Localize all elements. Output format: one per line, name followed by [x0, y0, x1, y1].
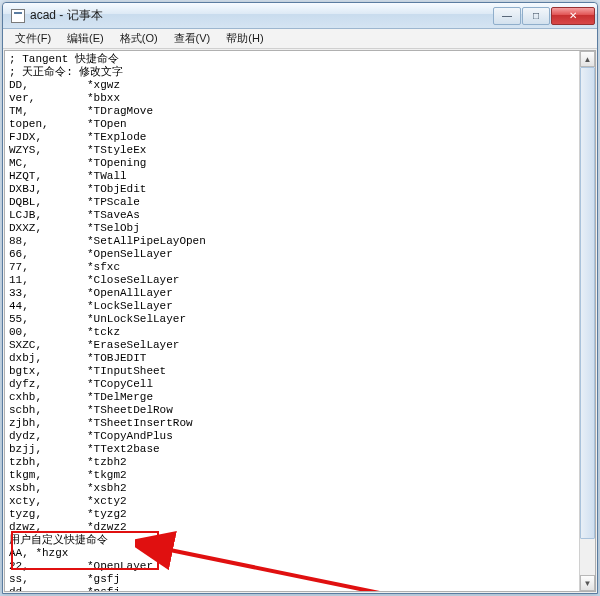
scroll-thumb[interactable]: [580, 67, 595, 539]
text-line: tzbh,*tzbh2: [9, 456, 591, 469]
text-line: bzjj,*TText2base: [9, 443, 591, 456]
text-line: scbh,*TSheetDelRow: [9, 404, 591, 417]
text-line: dxbj,*TOBJEDIT: [9, 352, 591, 365]
text-line: DXBJ,*TObjEdit: [9, 183, 591, 196]
menu-view[interactable]: 查看(V): [166, 29, 219, 48]
text-line: MC,*TOpening: [9, 157, 591, 170]
text-line: zjbh,*TSheetInsertRow: [9, 417, 591, 430]
text-line: 33,*OpenAllLayer: [9, 287, 591, 300]
text-line: dydz,*TCopyAndPlus: [9, 430, 591, 443]
text-line: DXXZ,*TSelObj: [9, 222, 591, 235]
text-line: dd,*psfj: [9, 586, 591, 591]
text-line: 55,*UnLockSelLayer: [9, 313, 591, 326]
text-line: tkgm,*tkgm2: [9, 469, 591, 482]
text-line: 77,*sfxc: [9, 261, 591, 274]
window-title: acad - 记事本: [30, 7, 493, 24]
text-line: DQBL,*TPScale: [9, 196, 591, 209]
text-line: ; Tangent 快捷命令: [9, 53, 591, 66]
notepad-window: acad - 记事本 — □ ✕ 文件(F) 编辑(E) 格式(O) 查看(V)…: [2, 2, 598, 594]
app-icon: [11, 9, 25, 23]
text-line: 88,*SetAllPipeLayOpen: [9, 235, 591, 248]
menu-file[interactable]: 文件(F): [7, 29, 59, 48]
text-line: 用户自定义快捷命令: [9, 534, 591, 547]
scroll-up-button[interactable]: ▲: [580, 51, 595, 67]
text-line: dzwz,*dzwz2: [9, 521, 591, 534]
text-line: xsbh,*xsbh2: [9, 482, 591, 495]
vertical-scrollbar[interactable]: ▲ ▼: [579, 51, 595, 591]
text-line: FJDX,*TExplode: [9, 131, 591, 144]
text-line: bgtx,*TInputSheet: [9, 365, 591, 378]
text-line: 66,*OpenSelLayer: [9, 248, 591, 261]
text-line: tyzg,*tyzg2: [9, 508, 591, 521]
close-button[interactable]: ✕: [551, 7, 595, 25]
text-line: SXZC,*EraseSelLayer: [9, 339, 591, 352]
window-controls: — □ ✕: [493, 7, 595, 25]
content-area: ; Tangent 快捷命令; 天正命令: 修改文字DD,*xgwzver,*b…: [4, 50, 596, 592]
text-line: 44,*LockSelLayer: [9, 300, 591, 313]
text-line: DD,*xgwz: [9, 79, 591, 92]
text-content[interactable]: ; Tangent 快捷命令; 天正命令: 修改文字DD,*xgwzver,*b…: [5, 51, 595, 591]
text-line: ss,*gsfj: [9, 573, 591, 586]
minimize-button[interactable]: —: [493, 7, 521, 25]
menu-format[interactable]: 格式(O): [112, 29, 166, 48]
text-line: dyfz,*TCopyCell: [9, 378, 591, 391]
text-line: LCJB,*TSaveAs: [9, 209, 591, 222]
text-line: AA, *hzgx: [9, 547, 591, 560]
text-line: cxhb,*TDelMerge: [9, 391, 591, 404]
text-line: 00,*tckz: [9, 326, 591, 339]
scroll-track[interactable]: [580, 67, 595, 575]
text-line: TM,*TDragMove: [9, 105, 591, 118]
text-line: WZYS,*TStyleEx: [9, 144, 591, 157]
menu-edit[interactable]: 编辑(E): [59, 29, 112, 48]
scroll-down-button[interactable]: ▼: [580, 575, 595, 591]
text-line: 11,*CloseSelLayer: [9, 274, 591, 287]
text-line: 22,*OpenLayer: [9, 560, 591, 573]
text-line: ; 天正命令: 修改文字: [9, 66, 591, 79]
menubar: 文件(F) 编辑(E) 格式(O) 查看(V) 帮助(H): [3, 29, 597, 49]
text-line: HZQT,*TWall: [9, 170, 591, 183]
maximize-button[interactable]: □: [522, 7, 550, 25]
menu-help[interactable]: 帮助(H): [218, 29, 271, 48]
titlebar[interactable]: acad - 记事本 — □ ✕: [3, 3, 597, 29]
text-line: ver,*bbxx: [9, 92, 591, 105]
text-line: topen,*TOpen: [9, 118, 591, 131]
text-line: xcty,*xcty2: [9, 495, 591, 508]
